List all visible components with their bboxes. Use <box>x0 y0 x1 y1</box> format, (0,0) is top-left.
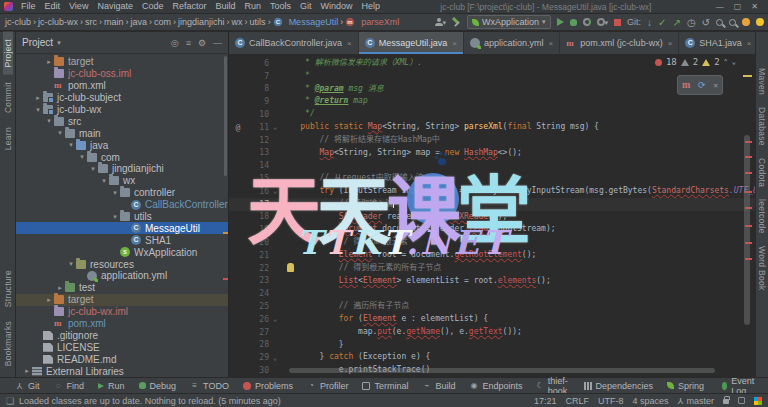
code-line-13[interactable]: Map<String, String> map = new HashMap<>(… <box>281 147 755 160</box>
tree-item-test[interactable]: ▸test <box>16 282 228 294</box>
next-issue-icon[interactable]: ⌄ <box>732 58 736 66</box>
minimize-button[interactable]: — <box>716 2 724 11</box>
line-separator[interactable]: CRLF <box>565 396 589 406</box>
breadcrumb-src[interactable]: src <box>84 17 98 27</box>
close-tab-icon[interactable]: × <box>548 39 553 48</box>
project-panel-title[interactable]: Project <box>22 37 53 48</box>
code-line-15[interactable]: // 从request中取得输入流 <box>281 172 755 185</box>
breadcrumb-parseXml[interactable]: mparseXml <box>344 17 400 27</box>
menu-view[interactable]: View <box>65 0 92 13</box>
error-stripe[interactable] <box>744 55 754 377</box>
breadcrumb-java[interactable]: java <box>130 17 149 27</box>
breadcrumb-com[interactable]: com <box>153 17 172 27</box>
tool-stripe-project[interactable]: Project <box>3 32 13 75</box>
tree-item-resources[interactable]: ▾resources <box>16 258 228 270</box>
tool-button-git[interactable]: YGit <box>8 378 47 394</box>
code-line-22[interactable]: // 得到根元素的所有子节点 <box>281 262 755 275</box>
tree-item-jc-club-subject[interactable]: ▸jc-club-subject <box>16 92 228 104</box>
close-tab-icon[interactable]: × <box>747 39 752 48</box>
prev-issue-icon[interactable]: ⌃ <box>724 58 728 66</box>
tree-item-sha1[interactable]: CSHA1 <box>16 234 228 246</box>
history-icon[interactable]: ◷ <box>687 16 696 29</box>
tool-button-terminal[interactable]: Terminal <box>355 378 415 394</box>
tab-messageutil-java[interactable]: CMessageUtil.java× <box>359 32 464 54</box>
menu-refactor[interactable]: Refactor <box>168 0 210 13</box>
close-button[interactable]: ✕ <box>751 2 758 11</box>
close-tab-icon[interactable]: × <box>668 39 673 48</box>
tree-scrollbar[interactable] <box>224 56 227 176</box>
code-line-14[interactable] <box>281 159 755 172</box>
tool-stripe-bookmarks[interactable]: Bookmarks <box>3 314 13 373</box>
code-line-11[interactable]: public static Map<String, String> parseX… <box>281 121 755 134</box>
tool-button-debug[interactable]: Debug <box>132 378 184 394</box>
build-hammer-icon[interactable] <box>452 16 461 29</box>
breadcrumb-jc-club[interactable]: jc-club <box>4 17 32 27</box>
tool-button-build[interactable]: ⌁Build <box>415 378 462 394</box>
close-tab-icon[interactable]: × <box>347 39 352 48</box>
tree-item-readme.md[interactable]: README.md <box>16 353 228 365</box>
code-area[interactable]: * 解析微信发来的请求（XML）. * * @param msg 消息 * @r… <box>281 55 755 377</box>
breadcrumb-jingdianjichi[interactable]: jingdianjichi <box>177 17 226 27</box>
inspections-widget[interactable]: 18 2 2 ⌃ ⌄ <box>652 57 739 67</box>
tab-pom-xml-jc-club-wx-[interactable]: mpom.xml (jc-club-wx)× <box>560 32 679 54</box>
maximize-button[interactable]: ▢ <box>734 2 742 11</box>
tool-stripe-database[interactable]: Database <box>757 101 767 152</box>
run-button[interactable] <box>557 16 564 29</box>
tab-sha1-java[interactable]: CSHA1.java× <box>679 32 755 54</box>
menu-navigate[interactable]: Navigate <box>93 0 137 13</box>
tree-item-utils[interactable]: ▾utils <box>16 211 228 223</box>
profiler-button[interactable]: ▾ <box>597 16 609 29</box>
translate-search-icon[interactable] <box>716 16 723 29</box>
rollback-icon[interactable]: ↺ <box>702 16 710 29</box>
tree-item-target[interactable]: ▸target <box>16 294 228 306</box>
close-tab-icon[interactable]: × <box>452 39 457 48</box>
menu-git[interactable]: Git <box>296 0 316 13</box>
code-line-19[interactable]: Document document = reader.read(inputStr… <box>281 223 755 236</box>
menu-code[interactable]: Code <box>138 0 168 13</box>
reload-icon[interactable]: ⟳ <box>698 80 706 90</box>
code-line-16[interactable]: try (InputStream inputStream = new ByteA… <box>281 185 755 198</box>
menu-build[interactable]: Build <box>211 0 239 13</box>
code-line-18[interactable]: SAXReader reader = new SAXReader(); <box>281 211 755 224</box>
code-line-23[interactable]: List<Element> elementList = root.element… <box>281 275 755 288</box>
tree-item-license[interactable]: LICENSE <box>16 341 228 353</box>
code-line-9[interactable]: * @return map <box>281 95 755 108</box>
indent-setting[interactable]: 4 spaces <box>632 396 668 406</box>
readonly-lock-icon[interactable] <box>723 399 729 404</box>
stop-button[interactable] <box>614 16 621 29</box>
code-line-21[interactable]: Element root = document.getRootElement()… <box>281 249 755 262</box>
editor-gutter[interactable]: 678910@11⌄1213141516⌄1718192021222324252… <box>229 55 281 377</box>
tree-item-src[interactable]: ▾src <box>16 115 228 127</box>
tree-item-wx[interactable]: ▾wx <box>16 175 228 187</box>
code-line-27[interactable]: map.put(e.getName(), e.getText()); <box>281 326 755 339</box>
tree-item-main[interactable]: ▾main <box>16 127 228 139</box>
menu-help[interactable]: Help <box>358 0 385 13</box>
tool-stripe-codota[interactable]: Codota <box>757 152 767 193</box>
menu-tools[interactable]: Tools <box>266 0 295 13</box>
close-icon[interactable]: ✕ <box>713 81 718 90</box>
tool-button-profiler[interactable]: ◔Profiler <box>300 378 356 394</box>
file-encoding[interactable]: UTF-8 <box>598 396 624 406</box>
tree-item-java[interactable]: ▾java <box>16 139 228 151</box>
tree-item-external libraries[interactable]: ▸External Libraries <box>16 365 228 377</box>
locate-file-icon[interactable]: ◎ <box>171 38 179 48</box>
tree-item-pom.xml[interactable]: mpom.xml <box>16 318 228 330</box>
code-line-29[interactable]: } catch (Exception e) { <box>281 351 755 364</box>
breadcrumb-MessageUtil[interactable]: CMessageUtil <box>272 17 340 27</box>
tree-item-application.yml[interactable]: application.yml <box>16 270 228 282</box>
code-line-24[interactable] <box>281 287 755 300</box>
tool-button-thief-book[interactable]: ☾thief-book <box>530 378 577 394</box>
reading-mode-icon[interactable] <box>738 397 745 404</box>
code-line-26[interactable]: for (Element e : elementList) { <box>281 313 755 326</box>
run-configuration-select[interactable]: WxApplication ▾ <box>467 15 551 29</box>
tree-item-target[interactable]: ▸target <box>16 56 228 68</box>
tab-application-yml[interactable]: application.yml× <box>464 32 560 54</box>
hide-panel-icon[interactable]: — <box>213 38 222 48</box>
collapse-all-icon[interactable]: ≡ <box>186 38 191 48</box>
tool-button-endpoints[interactable]: ◉Endpoints <box>462 378 529 394</box>
tree-item-wxapplication[interactable]: sWxApplication <box>16 246 228 258</box>
git-commit-button[interactable]: ✓ <box>658 16 666 29</box>
git-branch[interactable]: Y master <box>677 396 714 406</box>
tool-stripe-commit[interactable]: Commit <box>3 75 13 120</box>
code-line-12[interactable]: // 将解析结果存储在HashMap中 <box>281 134 755 147</box>
